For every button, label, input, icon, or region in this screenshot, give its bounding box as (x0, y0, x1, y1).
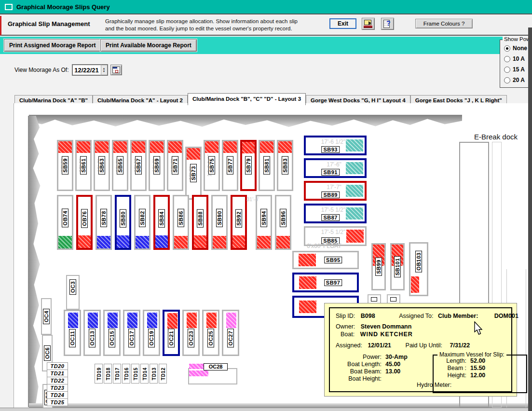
slip-OC27[interactable]: OC27 (222, 310, 239, 356)
boat-hatch (108, 313, 118, 328)
slip-SB77[interactable]: SB77 (222, 140, 238, 191)
slip-OC17[interactable]: OC17 (123, 310, 140, 356)
boat-hatch (117, 235, 129, 248)
slip-dimension: 17'-6 1/2" (321, 138, 346, 145)
slip-label: SB94 (260, 209, 267, 228)
slip-SB89[interactable]: 17'-7" SB89 (304, 181, 367, 201)
boat-hatch (187, 313, 197, 328)
slip-SB90[interactable]: SB90 (211, 195, 228, 250)
slip-SB92[interactable]: SB92 (231, 195, 247, 250)
slip-SB99[interactable]: SB99 (371, 243, 386, 290)
slip-TD14[interactable]: TD14 (140, 364, 149, 384)
slip-SB86[interactable]: SB86 (173, 195, 189, 250)
slip-label: SB95 (324, 257, 342, 263)
slip-TD19[interactable]: TD19 (95, 364, 103, 384)
slip-SB84[interactable]: SB84 (153, 195, 170, 250)
slip-TD18[interactable]: TD18 (104, 364, 112, 384)
slip-info-inner: Slip ID: B098 Assigned To: Club Member: … (329, 307, 512, 392)
slip-SB67[interactable]: 13'-1" SB67 (130, 140, 147, 191)
mouse-cursor-icon (474, 321, 484, 336)
max-length-label: Length: (437, 357, 466, 364)
slip-TD17[interactable]: TD17 (113, 364, 121, 384)
slip-SB81[interactable]: SB81 (259, 140, 275, 191)
slip-label: SB99 (375, 258, 382, 276)
boat-hatch (206, 313, 217, 328)
slip-label: SB87 (321, 214, 340, 221)
slip-OC21[interactable]: OC21 (163, 310, 180, 356)
slip-TD13[interactable]: TD13 (150, 364, 158, 384)
slip-SB80[interactable]: SB80 (115, 195, 131, 250)
slip-SB82[interactable]: SB82 (134, 195, 150, 250)
boat-hatch (78, 235, 91, 248)
slip-TD25[interactable]: TD25 (47, 398, 68, 406)
slip-SB78[interactable]: SB78 (95, 195, 112, 250)
slip-label: SB82 (139, 209, 146, 228)
slip-SB75[interactable]: 14'-2 1/2" SB75 (204, 140, 220, 191)
slip-OC25[interactable]: OC25 (202, 310, 219, 356)
boat-hatch (411, 276, 419, 293)
slip-SB71[interactable]: 13'-2" SB71 (167, 140, 183, 191)
slip-OC3[interactable]: OC3 (66, 275, 80, 310)
slip-label: TD15 (133, 366, 138, 381)
slip-SB69[interactable]: 13'-2" SB69 (149, 140, 165, 191)
slip-TD16[interactable]: TD16 (122, 364, 130, 384)
slip-TD12[interactable]: TD12 (159, 364, 167, 384)
slip-SB101[interactable]: SB101 (390, 243, 405, 290)
boat-hatch (58, 141, 72, 153)
slip-SB97[interactable]: SB97 (292, 273, 359, 292)
slip-TD23[interactable]: TD23 (47, 384, 68, 392)
slip-label: TD20 (49, 363, 66, 369)
slip-label: SB63 (98, 156, 105, 175)
slip-SB95[interactable]: SB95 (292, 251, 359, 269)
slip-TD22[interactable]: TD22 (47, 377, 68, 384)
slip-TD24[interactable]: TD24 (47, 391, 68, 399)
slip-SB91[interactable]: 17'-6" SB91 (304, 158, 367, 178)
slip-SB96[interactable]: SB96 (275, 195, 291, 250)
slip-TD21[interactable]: TD21 (47, 370, 68, 377)
assigned-to-label: Assigned To: (399, 313, 433, 319)
tab[interactable]: Club/Marina Dock "B", "C" "D" - Layout 3 (188, 93, 306, 105)
slip-OB103[interactable]: OB103 (409, 242, 428, 296)
slip-SB73[interactable]: 13'-2" SB73 (185, 147, 202, 200)
slip-label: SB78 (100, 209, 107, 228)
slip-OC11[interactable]: OC11 (64, 310, 81, 356)
boat-hatch (232, 235, 245, 248)
slip-TD20[interactable]: TD20 (47, 362, 68, 370)
slip-OB74[interactable]: OB74 (57, 195, 73, 250)
slip-SB63[interactable]: 13'-3" SB63 (94, 140, 110, 191)
slip-SB59[interactable]: 13'-1" SB59 (57, 140, 73, 191)
slip-OC4[interactable]: OC4 (41, 298, 52, 335)
slip-OB76[interactable]: OB76 (76, 195, 93, 250)
boat-hatch (150, 141, 164, 153)
slip-SB83[interactable]: SB83 (277, 140, 293, 191)
slip-SB93[interactable]: 17'-6 1/2" SB93 (304, 136, 367, 155)
slip-label: OB103 (415, 250, 422, 272)
slip-SB79[interactable]: SB79 (240, 140, 257, 191)
slip-SB88[interactable]: SB88 (192, 195, 208, 250)
slip-OC15[interactable]: OC15 (103, 310, 121, 356)
slip-label: SB69 (153, 156, 160, 175)
slip-label: SB65 (117, 156, 123, 175)
slip-label: SB91 (321, 169, 340, 176)
boat-hatch (299, 276, 316, 289)
slip-OC13[interactable]: OC13 (83, 310, 101, 356)
slip-OC19[interactable]: OC19 (143, 310, 160, 356)
boat-hatch (346, 207, 363, 219)
slip-SB61[interactable]: 13'-1" SB61 (75, 140, 92, 191)
max-beam-label: Beam : (437, 365, 466, 371)
slip-label: OC27 (227, 329, 234, 347)
slip-SB65[interactable]: 13'-2" SB65 (112, 140, 128, 191)
slip-SB87[interactable]: 17'-5 1/2" SB87 (304, 204, 367, 223)
dock-row-oc: OC11 OC13 OC15 OC17 OC19 OC21 (64, 310, 239, 356)
slip-label: SB101 (394, 256, 401, 277)
slip-OC28[interactable]: OC28 (187, 363, 238, 385)
slip-label: SB97 (324, 279, 342, 286)
slip-label: TD22 (49, 378, 66, 384)
boat-hatch (226, 313, 236, 328)
slip-OC23[interactable]: OC23 (182, 310, 200, 356)
slip-label: SB96 (280, 209, 286, 228)
slip-label: OC4 (43, 309, 50, 324)
slip-TD15[interactable]: TD15 (131, 364, 139, 384)
slip-SB94[interactable]: 31'-4' SB94 (256, 195, 272, 250)
dock-td-stack: TD20 TD21 TD22 TD23 TD24 TD25 (47, 363, 68, 406)
